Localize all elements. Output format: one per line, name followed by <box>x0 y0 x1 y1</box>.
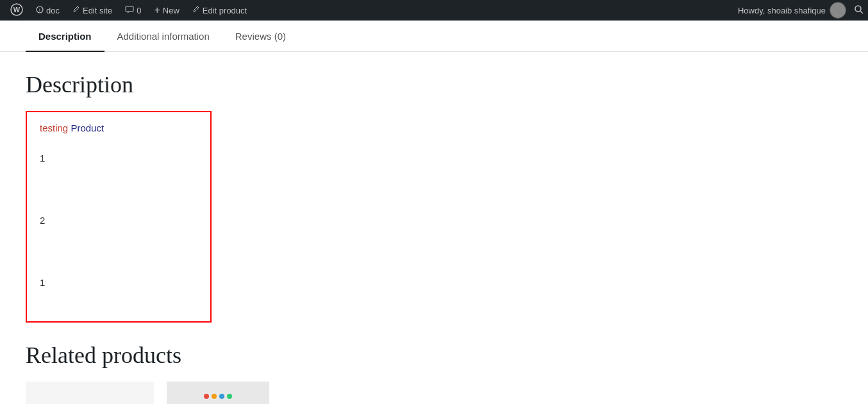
description-box: testing Product 1 2 1 <box>26 111 212 323</box>
product-name-line: testing Product <box>40 122 197 133</box>
comment-icon <box>125 6 134 15</box>
adminbar-doc-label: doc <box>46 6 60 15</box>
wordpress-icon: W <box>10 3 23 18</box>
adminbar-edit-product[interactable]: Edit product <box>186 0 253 21</box>
tab-additional-information[interactable]: Additional information <box>104 21 222 52</box>
svg-text:i: i <box>39 7 40 13</box>
plus-icon: + <box>154 4 160 16</box>
thumbnail-2 <box>167 382 269 404</box>
desc-number-3: 1 <box>40 277 197 288</box>
description-title: Description <box>26 71 842 98</box>
tab-reviews[interactable]: Reviews (0) <box>222 21 299 52</box>
adminbar-edit-product-label: Edit product <box>203 6 247 15</box>
thumbnail-1 <box>26 382 154 404</box>
desc-number-2: 2 <box>40 215 197 226</box>
svg-text:W: W <box>13 6 21 13</box>
adminbar-new[interactable]: + New <box>147 0 185 21</box>
svg-point-5 <box>855 6 861 12</box>
adminbar-comments[interactable]: 0 <box>119 0 147 21</box>
doc-icon: i <box>36 6 44 15</box>
page-content: Description Additional information Revie… <box>0 21 868 404</box>
howdy-text: Howdy, shoaib shafique <box>738 6 826 15</box>
dot-green <box>227 394 232 399</box>
related-products-title: Related products <box>26 342 842 369</box>
search-icon[interactable] <box>854 4 864 17</box>
wp-logo-item[interactable]: W <box>4 0 29 21</box>
product-name-blue: Product <box>71 122 104 133</box>
avatar <box>830 2 846 19</box>
admin-bar: W i doc Edit site <box>0 0 868 21</box>
adminbar-doc[interactable]: i doc <box>29 0 66 21</box>
svg-line-6 <box>860 11 863 13</box>
adminbar-new-label: New <box>163 6 179 15</box>
dot-red <box>204 394 209 399</box>
tab-description[interactable]: Description <box>26 21 104 52</box>
main-content: Description testing Product 1 2 1 Relate… <box>0 52 868 404</box>
adminbar-edit-site-label: Edit site <box>83 6 112 15</box>
adminbar-edit-site[interactable]: Edit site <box>66 0 119 21</box>
dot-blue <box>219 394 224 399</box>
edit-site-icon <box>72 6 80 15</box>
product-name-red: testing <box>40 122 68 133</box>
edit-product-icon <box>192 6 200 15</box>
tabs-container: Description Additional information Revie… <box>0 21 868 52</box>
svg-rect-4 <box>126 6 133 12</box>
dot-yellow <box>212 394 217 399</box>
desc-number-1: 1 <box>40 153 197 164</box>
adminbar-comments-count: 0 <box>137 6 141 15</box>
product-thumbnails <box>26 382 842 404</box>
